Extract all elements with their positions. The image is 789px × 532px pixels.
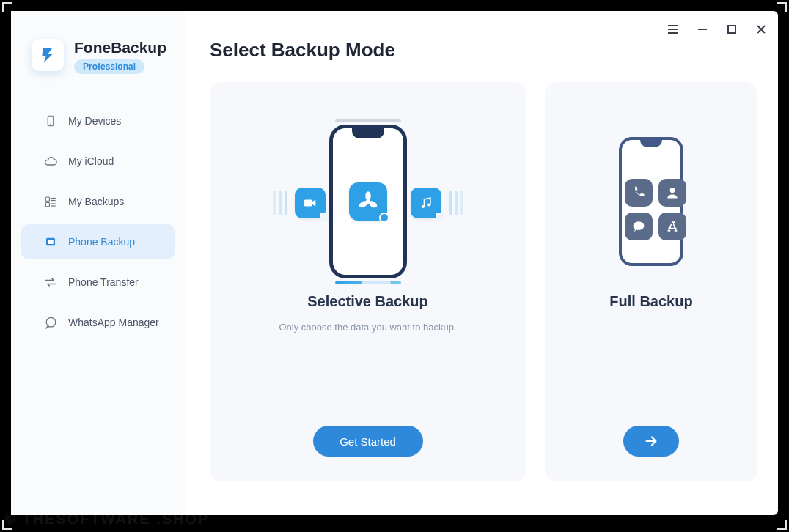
device-icon	[43, 114, 58, 128]
svg-point-17	[46, 317, 56, 327]
full-backup-card[interactable]: Full Backup	[545, 82, 757, 481]
sidebar-item-label: Phone Transfer	[68, 276, 139, 288]
phone-illustration-icon	[329, 125, 407, 278]
brand: FoneBackup Professional	[11, 26, 185, 83]
full-backup-illustration	[559, 116, 743, 287]
sidebar-item-phone-transfer[interactable]: Phone Transfer	[21, 265, 175, 300]
sidebar-nav: My Devices My iCloud My Backups Phone Ba…	[11, 103, 185, 340]
svg-point-23	[421, 205, 424, 208]
svg-point-22	[365, 199, 370, 204]
sidebar-item-whatsapp-manager[interactable]: WhatsApp Manager	[21, 305, 175, 340]
fan-app-icon	[349, 182, 387, 221]
svg-point-25	[670, 188, 675, 193]
video-app-icon	[295, 188, 326, 218]
watermark: © THESOFTWARE .SHOP	[4, 511, 209, 528]
transfer-icon	[43, 275, 58, 289]
appstore-app-icon	[658, 213, 686, 240]
svg-point-26	[634, 221, 645, 230]
sidebar-item-label: My Backups	[68, 196, 124, 207]
sidebar-item-label: WhatsApp Manager	[68, 317, 159, 328]
app-window: FoneBackup Professional My Devices My iC…	[11, 11, 778, 515]
selective-backup-illustration	[224, 116, 511, 287]
cloud-icon	[43, 154, 58, 169]
sidebar-item-label: Phone Backup	[68, 236, 135, 248]
svg-rect-10	[45, 203, 49, 207]
get-started-button[interactable]: Get Started	[313, 426, 423, 457]
full-backup-title: Full Backup	[609, 293, 692, 310]
wave-lines-icon	[273, 191, 290, 215]
frame-corner	[777, 520, 787, 530]
backups-icon	[43, 194, 58, 209]
svg-point-24	[427, 203, 430, 206]
sidebar-item-my-devices[interactable]: My Devices	[21, 103, 175, 138]
sidebar-item-phone-backup[interactable]: Phone Backup	[21, 224, 175, 259]
brand-name: FoneBackup	[74, 39, 166, 56]
phone-backup-icon	[43, 234, 58, 249]
backup-mode-cards: Selective Backup Only choose the data yo…	[210, 82, 757, 481]
full-backup-arrow-button[interactable]	[623, 426, 679, 457]
svg-rect-9	[45, 197, 49, 201]
music-app-icon	[411, 188, 441, 218]
arrow-right-icon	[643, 433, 659, 449]
sidebar-item-my-backups[interactable]: My Backups	[21, 184, 175, 219]
svg-point-8	[50, 124, 51, 125]
sidebar-item-label: My Devices	[68, 115, 121, 127]
app-logo-icon	[32, 39, 64, 71]
sidebar-item-label: My iCloud	[68, 155, 114, 167]
brand-badge: Professional	[74, 59, 144, 74]
message-app-icon	[625, 213, 653, 240]
selective-backup-description: Only choose the data you want to backup.	[279, 322, 456, 333]
selective-backup-title: Selective Backup	[307, 293, 428, 310]
selective-backup-card[interactable]: Selective Backup Only choose the data yo…	[210, 82, 526, 481]
frame-corner	[777, 2, 787, 12]
phone-app-icon	[625, 179, 653, 207]
main-content: Select Backup Mode	[185, 11, 778, 515]
svg-rect-18	[304, 199, 312, 206]
sidebar-item-my-icloud[interactable]: My iCloud	[21, 144, 175, 179]
whatsapp-icon	[43, 315, 58, 330]
page-title: Select Backup Mode	[210, 39, 757, 62]
svg-rect-16	[48, 240, 54, 244]
contact-app-icon	[658, 179, 686, 207]
sidebar: FoneBackup Professional My Devices My iC…	[11, 11, 185, 515]
wave-lines-icon	[446, 191, 463, 215]
